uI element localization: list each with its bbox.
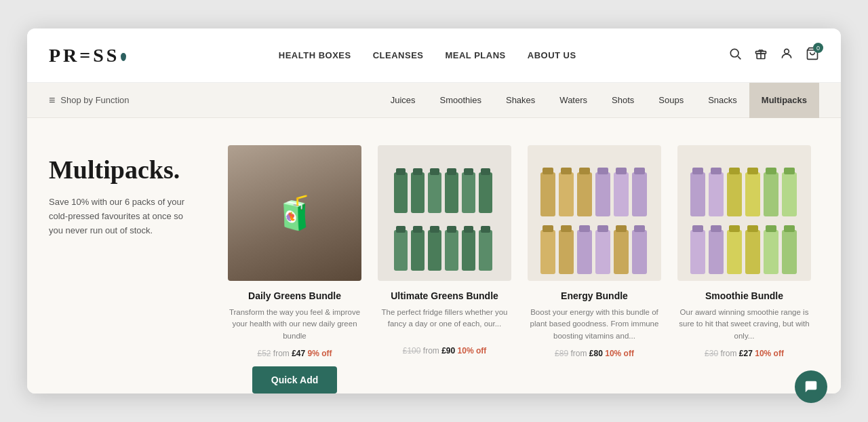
product-image-energy (528, 145, 661, 281)
cart-icon[interactable]: 0 (806, 47, 819, 64)
from-label-0: from (273, 349, 290, 358)
svg-rect-14 (462, 172, 475, 213)
svg-rect-20 (411, 230, 425, 271)
svg-rect-68 (709, 230, 724, 274)
svg-rect-60 (745, 172, 760, 216)
product-name-1: Ultimate Greens Bundle (391, 290, 498, 301)
svg-rect-38 (614, 172, 629, 216)
svg-rect-70 (727, 230, 742, 274)
from-label-2: from (570, 349, 587, 358)
product-name-0: Daily Greens Bundle (248, 290, 341, 301)
logo[interactable]: PR=SS (49, 45, 126, 66)
svg-rect-58 (727, 172, 742, 216)
discount-0: 9% off (308, 349, 332, 358)
bottle-illustration-3 (684, 152, 806, 274)
svg-rect-59 (729, 168, 740, 174)
product-price-3: £30 from £27 10% off (705, 349, 784, 358)
search-icon[interactable] (728, 47, 742, 64)
nav-about-us[interactable]: ABOUT US (528, 50, 576, 60)
hero-title: Multipacks. (49, 156, 198, 185)
svg-rect-65 (784, 168, 795, 174)
svg-rect-41 (634, 168, 645, 174)
nav-cleanses[interactable]: CLEANSES (373, 50, 424, 60)
cat-juices[interactable]: Juices (378, 83, 428, 118)
nav-meal-plans[interactable]: MEAL PLANS (445, 50, 505, 60)
svg-rect-17 (481, 168, 490, 175)
svg-line-1 (738, 56, 741, 59)
cat-soups[interactable]: Soups (646, 83, 696, 118)
svg-rect-56 (709, 172, 724, 216)
product-price-0: £52 from £47 9% off (257, 349, 332, 358)
svg-rect-55 (692, 168, 703, 174)
quick-add-button[interactable]: Quick Add (252, 366, 338, 394)
svg-point-0 (730, 49, 738, 57)
svg-rect-42 (540, 230, 555, 274)
filter-icon: ≡ (49, 94, 55, 107)
new-price-3: £27 (739, 349, 753, 358)
svg-rect-63 (766, 168, 776, 174)
svg-rect-61 (747, 168, 758, 174)
hero-inner: Multipacks. Save 10% with our 6 packs of… (49, 145, 819, 394)
cat-snacks[interactable]: Snacks (696, 83, 749, 118)
product-desc-1: The perfect fridge fillers whether you f… (378, 307, 511, 339)
svg-rect-77 (784, 225, 795, 232)
header-icons: 0 (728, 47, 819, 64)
svg-rect-18 (394, 230, 408, 271)
svg-rect-62 (764, 172, 778, 216)
product-name-2: Energy Bundle (561, 290, 628, 301)
svg-rect-34 (577, 172, 592, 216)
svg-rect-22 (428, 230, 441, 271)
svg-rect-9 (413, 168, 422, 175)
cart-badge: 0 (813, 43, 823, 53)
original-price-3: £30 (705, 349, 718, 358)
product-card-ultimate-greens: Ultimate Greens Bundle The perfect fridg… (370, 145, 519, 394)
cat-waters[interactable]: Waters (547, 83, 599, 118)
svg-rect-24 (445, 230, 458, 271)
cat-multipacks[interactable]: Multipacks (749, 83, 819, 118)
svg-rect-71 (729, 225, 740, 232)
svg-rect-75 (766, 225, 776, 232)
gift-icon[interactable] (754, 47, 768, 64)
svg-rect-29 (481, 226, 490, 233)
hero-text: Multipacks. Save 10% with our 6 packs of… (49, 145, 198, 237)
product-price-2: £89 from £80 10% off (555, 349, 634, 358)
svg-rect-66 (690, 230, 705, 274)
logo-drop (121, 53, 126, 61)
svg-rect-8 (411, 172, 425, 213)
account-icon[interactable] (780, 47, 793, 64)
new-price-0: £47 (292, 349, 305, 358)
svg-rect-27 (464, 226, 473, 233)
discount-3: 10% off (755, 349, 784, 358)
cat-shakes[interactable]: Shakes (494, 83, 547, 118)
svg-rect-49 (597, 225, 608, 232)
discount-2: 10% off (605, 349, 634, 358)
svg-rect-76 (782, 230, 797, 274)
from-label-1: from (423, 346, 439, 356)
svg-rect-64 (782, 172, 797, 216)
products-row: 🧃 Daily Greens Bundle Transform the way … (220, 145, 819, 394)
header: PR=SS HEALTH BOXES CLEANSES MEAL PLANS A… (27, 28, 841, 83)
svg-rect-54 (690, 172, 705, 216)
svg-rect-53 (634, 225, 645, 232)
svg-rect-7 (396, 168, 406, 175)
browser-window: PR=SS HEALTH BOXES CLEANSES MEAL PLANS A… (27, 28, 841, 394)
cat-shots[interactable]: Shots (599, 83, 646, 118)
svg-rect-43 (542, 225, 553, 232)
hero-desc: Save 10% with our 6 packs of your cold-p… (49, 195, 198, 237)
new-price-1: £90 (441, 346, 455, 356)
from-label-3: from (720, 349, 736, 358)
cat-smoothies[interactable]: Smoothies (428, 83, 494, 118)
shop-function-button[interactable]: ≡ Shop by Function (49, 94, 130, 107)
svg-rect-25 (447, 226, 456, 233)
svg-rect-39 (616, 168, 627, 174)
svg-rect-16 (479, 172, 492, 213)
svg-rect-6 (394, 172, 408, 213)
product-name-3: Smoothie Bundle (705, 290, 783, 301)
svg-rect-69 (711, 225, 722, 232)
svg-rect-50 (614, 230, 629, 274)
svg-rect-74 (764, 230, 778, 274)
product-price-1: £100 from £90 10% off (403, 346, 486, 356)
nav-health-boxes[interactable]: HEALTH BOXES (279, 50, 351, 60)
svg-rect-26 (462, 230, 475, 271)
svg-rect-51 (616, 225, 627, 232)
